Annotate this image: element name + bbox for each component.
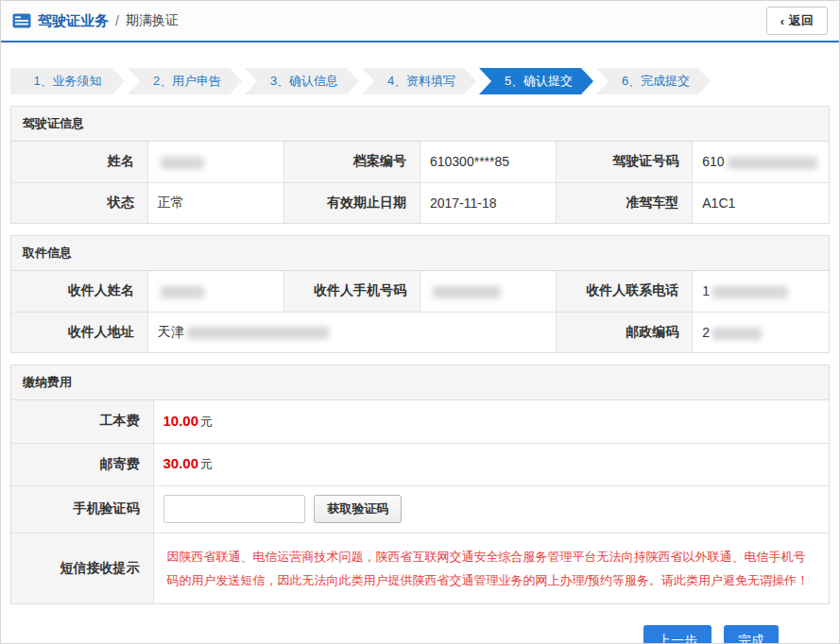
- license-info-section: 驾驶证信息 姓名 档案编号 610300****85 驾驶证号码 610 状态 …: [10, 106, 830, 224]
- status-value: 正常: [147, 182, 283, 223]
- postcode-label: 邮政编码: [557, 312, 693, 352]
- expiry-value: 2017-11-18: [420, 182, 556, 223]
- breadcrumb-current: 期满换证: [126, 12, 179, 29]
- expiry-label: 有效期止日期: [283, 182, 420, 223]
- name-label: 姓名: [11, 142, 147, 182]
- step-6-complete-submit[interactable]: 6、完成提交: [596, 68, 711, 94]
- redacted-value: [728, 157, 817, 169]
- finish-button[interactable]: 完成: [724, 625, 779, 644]
- table-row: 状态 正常 有效期止日期 2017-11-18 准驾车型 A1C1: [11, 182, 829, 223]
- table-row: 短信接收提示 因陕西省联通、电信运营商技术问题，陕西省互联网交通安全综合服务管理…: [11, 533, 829, 603]
- previous-step-button[interactable]: 上一步: [643, 625, 711, 644]
- recipient-phone-value: 1: [693, 271, 829, 312]
- production-fee-amount: 10.00: [163, 413, 199, 429]
- redacted-value: [433, 286, 501, 298]
- license-info-title: 驾驶证信息: [11, 107, 829, 142]
- sms-code-input[interactable]: [163, 495, 305, 523]
- page: 驾驶证业务 / 期满换证 ‹ 返回 1、业务须知 2、用户申告 3、确认信息 4…: [0, 0, 840, 644]
- table-row: 手机验证码 获取验证码: [11, 485, 829, 533]
- postcode-value: 2: [693, 312, 829, 352]
- table-row: 邮寄费 30.00元: [11, 443, 829, 485]
- step-5-confirm-submit[interactable]: 5、确认提交: [479, 68, 593, 94]
- production-fee-label: 工本费: [11, 400, 153, 443]
- table-row: 姓名 档案编号 610300****85 驾驶证号码 610: [11, 142, 829, 182]
- mailing-fee-label: 邮寄费: [11, 443, 153, 485]
- license-no-label: 驾驶证号码: [557, 142, 693, 182]
- sms-code-label: 手机验证码: [11, 485, 153, 533]
- chevron-left-icon: ‹: [780, 15, 784, 27]
- page-title: 驾驶证业务: [38, 12, 109, 30]
- license-info-table: 姓名 档案编号 610300****85 驾驶证号码 610 状态 正常 有效期…: [11, 142, 829, 223]
- step-navigation: 1、业务须知 2、用户申告 3、确认信息 4、资料填写 5、确认提交 6、完成提…: [10, 68, 830, 94]
- breadcrumb-divider: /: [115, 13, 119, 28]
- mailing-fee-amount: 30.00: [163, 455, 199, 471]
- redacted-value: [712, 286, 788, 298]
- address-label: 收件人地址: [11, 312, 147, 352]
- back-button[interactable]: ‹ 返回: [766, 7, 828, 35]
- get-code-button[interactable]: 获取验证码: [314, 495, 402, 523]
- status-label: 状态: [11, 182, 147, 223]
- main-content: 驾驶证信息 姓名 档案编号 610300****85 驾驶证号码 610 状态 …: [1, 94, 839, 644]
- sms-code-cell: 获取验证码: [153, 485, 829, 533]
- recipient-mobile-value: [420, 271, 556, 312]
- step-2-user-declaration[interactable]: 2、用户申告: [128, 68, 242, 94]
- currency-unit: 元: [200, 457, 213, 471]
- address-prefix: 天津: [158, 324, 184, 339]
- address-value: 天津: [147, 312, 556, 352]
- recipient-mobile-label: 收件人手机号码: [283, 271, 420, 312]
- vehicle-type-label: 准驾车型: [557, 182, 693, 223]
- redacted-value: [187, 327, 329, 339]
- name-value: [147, 142, 283, 182]
- step-1-business-notice[interactable]: 1、业务须知: [10, 68, 125, 94]
- redacted-value: [712, 328, 762, 340]
- file-no-value: 610300****85: [420, 142, 556, 182]
- sms-notice-text: 因陕西省联通、电信运营商技术问题，陕西省互联网交通安全综合服务管理平台无法向持陕…: [167, 545, 814, 593]
- redacted-value: [161, 157, 204, 169]
- postcode-prefix: 2: [702, 325, 710, 340]
- table-row: 收件人地址 天津 邮政编码 2: [11, 312, 829, 352]
- back-button-label: 返回: [789, 12, 814, 29]
- sms-notice-cell: 因陕西省联通、电信运营商技术问题，陕西省互联网交通安全综合服务管理平台无法向持陕…: [153, 533, 829, 603]
- recipient-phone-label: 收件人联系电话: [557, 271, 693, 312]
- step-3-confirm-info[interactable]: 3、确认信息: [245, 68, 359, 94]
- fees-table: 工本费 10.00元 邮寄费 30.00元 手机验证码 获取验证码: [11, 400, 829, 603]
- topbar: 驾驶证业务 / 期满换证 ‹ 返回: [1, 1, 839, 42]
- pickup-info-table: 收件人姓名 收件人手机号码 收件人联系电话 1 收件人地址 天津 邮政编码: [11, 271, 829, 352]
- vehicle-type-value: A1C1: [693, 182, 829, 223]
- recipient-phone-prefix: 1: [702, 283, 710, 298]
- license-no-value: 610: [693, 142, 829, 182]
- file-no-label: 档案编号: [283, 142, 420, 182]
- breadcrumb: 驾驶证业务 / 期满换证: [12, 12, 179, 30]
- redacted-value: [161, 286, 204, 298]
- pickup-info-title: 取件信息: [11, 236, 829, 271]
- license-form-icon: [12, 13, 31, 28]
- table-row: 收件人姓名 收件人手机号码 收件人联系电话 1: [11, 271, 829, 312]
- pickup-info-section: 取件信息 收件人姓名 收件人手机号码 收件人联系电话 1 收件人地址 天津: [10, 235, 830, 353]
- step-4-fill-materials[interactable]: 4、资料填写: [362, 68, 476, 94]
- table-row: 工本费 10.00元: [11, 400, 829, 443]
- license-no-prefix: 610: [702, 154, 724, 169]
- recipient-name-value: [147, 271, 283, 312]
- mailing-fee-value: 30.00元: [153, 443, 829, 485]
- sms-notice-label: 短信接收提示: [11, 533, 153, 603]
- footer-actions: 上一步 完成: [10, 616, 830, 644]
- fees-title: 缴纳费用: [11, 365, 829, 400]
- recipient-name-label: 收件人姓名: [11, 271, 147, 312]
- fees-section: 缴纳费用 工本费 10.00元 邮寄费 30.00元 手机验证码: [10, 364, 830, 604]
- currency-unit: 元: [200, 415, 213, 429]
- production-fee-value: 10.00元: [153, 400, 829, 443]
